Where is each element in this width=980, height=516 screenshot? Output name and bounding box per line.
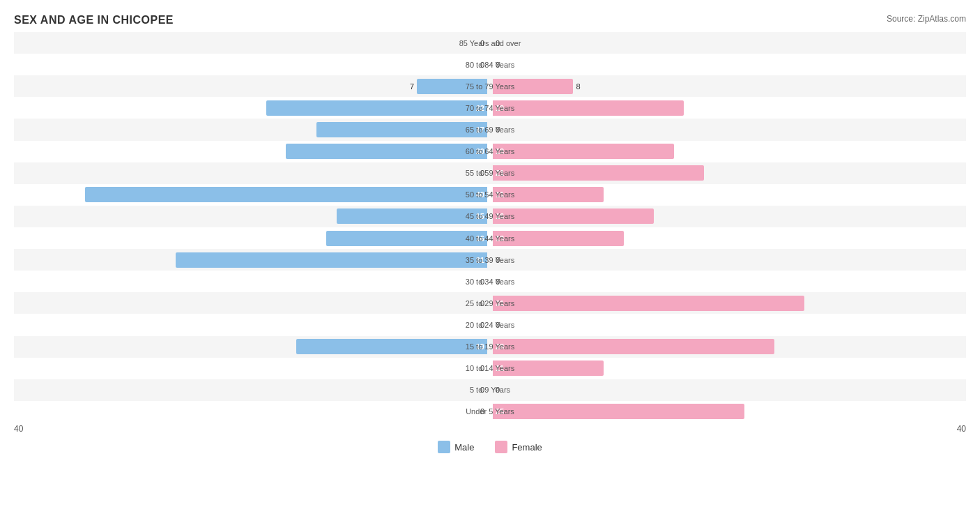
female-bar: 31: [493, 296, 804, 311]
left-section: 0: [14, 317, 490, 333]
right-section: 0: [490, 122, 966, 137]
chart-row: 0 30 to 34 Years 0: [14, 271, 966, 292]
female-bar: 19: [493, 100, 684, 116]
chart-row: 0 25 to 29 Years 31: [14, 292, 966, 314]
female-bar: 25: [493, 404, 744, 419]
right-section: 8: [490, 79, 966, 94]
male-bar: 17: [316, 122, 487, 137]
female-value: 0: [496, 278, 500, 286]
male-value-inside: 40: [476, 190, 487, 199]
male-value: 0: [480, 321, 484, 329]
left-section: 20: [14, 144, 490, 159]
female-bar: 28: [493, 339, 774, 354]
legend-male: Male: [438, 441, 474, 453]
male-value-inside: 15: [476, 212, 487, 220]
male-value-inside: 22: [476, 104, 487, 112]
left-section: 16: [14, 231, 490, 246]
chart-row: 40 50 to 54 Years 11: [14, 184, 966, 206]
female-bar: 11: [493, 361, 604, 376]
male-bar: 15: [337, 208, 487, 224]
female-bar: 21: [493, 165, 704, 181]
chart-area: 0 85 Years and over 0 0 80 to 84 Years: [14, 32, 966, 457]
chart-row: 0 10 to 14 Years 11: [14, 358, 966, 379]
left-section: 17: [14, 122, 490, 137]
chart-container: SEX AND AGE IN CHICOPEE Source: ZipAtlas…: [0, 0, 980, 516]
right-section: 0: [490, 252, 966, 268]
female-value-inside: 11: [493, 364, 504, 372]
chart-row: 0 Under 5 Years 25: [14, 401, 966, 423]
left-section: 31: [14, 252, 490, 268]
female-bar: 18: [493, 144, 674, 159]
male-bar: [417, 79, 487, 94]
female-value: 0: [496, 39, 500, 47]
left-section: 0: [14, 165, 490, 181]
female-value-inside: 16: [493, 212, 504, 220]
male-bar: 31: [176, 252, 487, 268]
legend: Male Female: [14, 441, 966, 453]
left-section: 19: [14, 339, 490, 354]
female-value: 0: [496, 61, 500, 69]
right-section: 21: [490, 165, 966, 181]
chart-row: 0 5 to 9 Years 0: [14, 379, 966, 401]
male-value: 0: [480, 278, 484, 286]
left-section: 0: [14, 274, 490, 289]
rows-container: 0 85 Years and over 0 0 80 to 84 Years: [14, 32, 966, 423]
female-value: 8: [576, 82, 580, 91]
female-bar: 16: [493, 208, 654, 224]
female-bar: 13: [493, 231, 624, 246]
left-section: 0: [14, 57, 490, 73]
axis-labels: 40 40: [14, 423, 966, 435]
male-value-inside: 31: [476, 256, 487, 264]
male-value-inside: 19: [476, 342, 487, 351]
female-bar: [493, 79, 573, 94]
female-value-inside: 18: [493, 147, 504, 155]
legend-male-label: Male: [454, 442, 474, 453]
right-section: 19: [490, 100, 966, 116]
chart-row: 0 80 to 84 Years 0: [14, 54, 966, 75]
male-value: 0: [480, 61, 484, 69]
left-section: 15: [14, 208, 490, 224]
female-value: 0: [496, 126, 500, 134]
female-value-inside: 11: [493, 190, 504, 199]
male-value-inside: 20: [476, 147, 487, 155]
female-bar: 11: [493, 187, 604, 202]
male-value: 7: [410, 82, 414, 91]
right-section: 16: [490, 208, 966, 224]
left-section: 0: [14, 296, 490, 311]
axis-right: 40: [957, 424, 966, 434]
female-value: 0: [496, 386, 500, 394]
chart-row: 22 70 to 74 Years 19: [14, 97, 966, 119]
chart-row: 20 60 to 64 Years 18: [14, 141, 966, 162]
chart-row: 15 45 to 49 Years 16: [14, 206, 966, 227]
male-value: 0: [480, 364, 484, 372]
right-section: 25: [490, 404, 966, 419]
chart-row: 16 40 to 44 Years 13: [14, 227, 966, 249]
female-value-inside: 19: [493, 104, 504, 112]
left-section: 0: [14, 382, 490, 397]
chart-row: 0 20 to 24 Years 0: [14, 314, 966, 335]
male-value: 0: [480, 169, 484, 177]
male-value-inside: 16: [476, 234, 487, 243]
left-section: 0: [14, 361, 490, 376]
chart-row: 7 75 to 79 Years 8: [14, 75, 966, 97]
left-section: 40: [14, 187, 490, 202]
female-value: 0: [496, 321, 500, 329]
left-section: 0: [14, 404, 490, 419]
right-section: 0: [490, 317, 966, 333]
source-label: Source: ZipAtlas.com: [887, 14, 966, 24]
axis-left: 40: [14, 424, 23, 434]
right-section: 31: [490, 296, 966, 311]
legend-female-label: Female: [512, 442, 542, 453]
chart-row: 19 15 to 19 Years 28: [14, 336, 966, 358]
male-bar: 20: [286, 144, 487, 159]
legend-male-box: [438, 441, 450, 453]
male-bar: 19: [296, 339, 487, 354]
legend-female: Female: [495, 441, 542, 453]
legend-female-box: [495, 441, 507, 453]
right-section: 0: [490, 36, 966, 51]
chart-row: 31 35 to 39 Years 0: [14, 249, 966, 271]
male-value: 0: [480, 39, 484, 47]
right-section: 0: [490, 57, 966, 73]
female-value-inside: 31: [493, 299, 504, 308]
right-section: 28: [490, 339, 966, 354]
